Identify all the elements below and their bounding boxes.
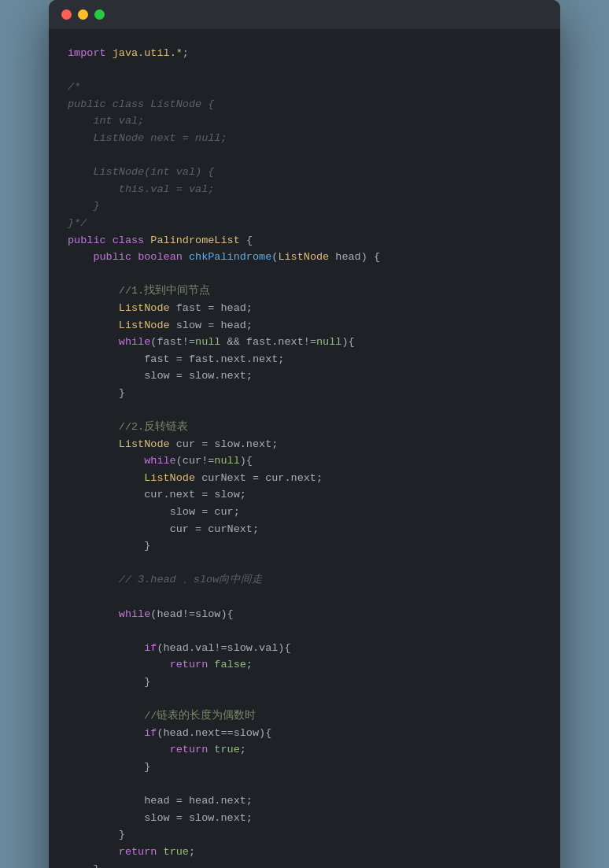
maximize-button[interactable] (94, 9, 105, 20)
code-editor-window: import java.util.*; /* public class List… (49, 0, 560, 868)
titlebar (49, 0, 560, 29)
close-button[interactable] (61, 9, 72, 20)
minimize-button[interactable] (78, 9, 88, 20)
code-content: import java.util.*; /* public class List… (49, 29, 560, 868)
